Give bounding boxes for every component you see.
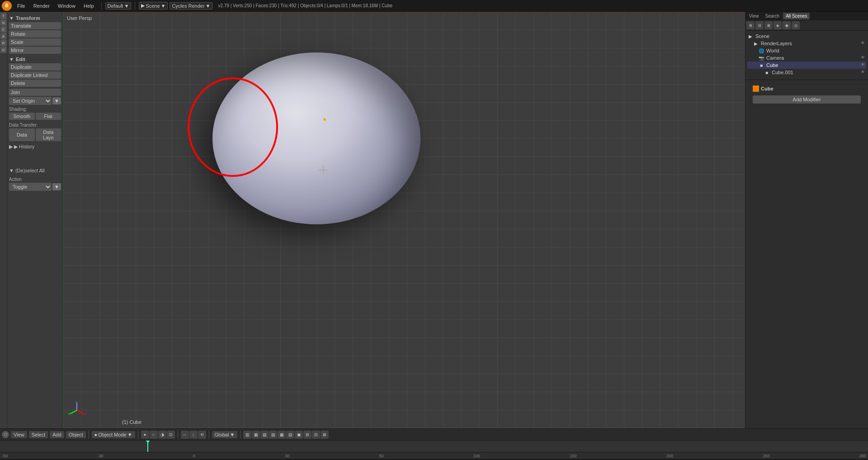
- snap-btn-4[interactable]: ▨: [269, 431, 277, 439]
- camera-label: Camera: [766, 55, 784, 61]
- tool-icon-6[interactable]: G: [0, 47, 7, 53]
- duplicate-linked-button[interactable]: Duplicate Linked: [9, 71, 61, 79]
- object-mode-dropdown[interactable]: ● Object Mode ▼: [92, 431, 135, 438]
- transform-header: ▼ Transform: [9, 15, 61, 21]
- scene-tree-label: Scene: [755, 33, 769, 39]
- shading-render-btn[interactable]: ◑: [158, 431, 166, 439]
- select-menu-button[interactable]: Select: [29, 431, 48, 438]
- svg-line-0: [77, 410, 84, 414]
- delete-button[interactable]: Delete: [9, 80, 61, 87]
- duplicate-button[interactable]: Duplicate: [9, 63, 61, 71]
- snap-btn-9[interactable]: ⊟: [312, 431, 320, 439]
- snap-btn-10[interactable]: ⊠: [321, 431, 329, 439]
- left-toolbar: T N C A R G: [0, 12, 7, 428]
- menu-help[interactable]: Help: [80, 2, 98, 9]
- smooth-button[interactable]: Smooth: [9, 113, 35, 120]
- transform-widget: [319, 166, 328, 175]
- flat-button[interactable]: Flat: [36, 113, 61, 120]
- add-menu-button[interactable]: Add: [50, 431, 64, 438]
- tree-item-world[interactable]: 🌐 World: [747, 47, 866, 54]
- origin-dot: [323, 118, 326, 121]
- cube001-eye-icon[interactable]: 👁: [861, 70, 866, 75]
- deselect-all-section[interactable]: ▼ (De)select All: [9, 168, 61, 173]
- snap-btn-5[interactable]: ▩: [278, 431, 286, 439]
- tree-item-cube001[interactable]: ■ Cube.001 👁: [747, 69, 866, 76]
- global-dropdown[interactable]: Global ▼: [212, 431, 238, 438]
- renderlayers-eye-icon[interactable]: 👁: [861, 41, 866, 46]
- mirror-button[interactable]: Mirror: [9, 47, 61, 54]
- cube-eye-icon[interactable]: 👁: [861, 62, 866, 68]
- deselect-arrow-icon: ▼: [9, 168, 14, 173]
- tree-item-renderlayers[interactable]: ▶ RenderLayers 👁: [747, 40, 866, 47]
- transform-label: Transform: [16, 15, 40, 21]
- properties-cube-icon: [753, 85, 759, 92]
- snap-btn-6[interactable]: ▤: [286, 431, 294, 439]
- tab-view[interactable]: View: [746, 13, 762, 19]
- axes-indicator: X Y Z: [68, 401, 86, 419]
- transform-icon-group: ↔ ↕ ⟲: [181, 431, 206, 439]
- translate-button[interactable]: Translate: [9, 22, 61, 29]
- view-menu-button[interactable]: View: [11, 431, 27, 438]
- set-origin-select[interactable]: Set Origin: [9, 97, 52, 105]
- rp-icon-2[interactable]: ⊟: [755, 21, 764, 29]
- shading-solid-btn[interactable]: ●: [141, 431, 149, 439]
- layout-arrow-icon: ▼: [124, 3, 129, 9]
- transform-scale-btn[interactable]: ⟲: [198, 431, 206, 439]
- tool-icon-5[interactable]: R: [0, 40, 7, 46]
- rp-icon-5[interactable]: ◉: [783, 21, 791, 29]
- deselect-label: (De)select All: [15, 168, 45, 173]
- engine-selector[interactable]: Cycles Render ▼: [170, 2, 212, 9]
- camera-eye-icon[interactable]: 👁: [861, 55, 866, 61]
- tab-all-scenes[interactable]: All Scenes: [783, 13, 810, 19]
- transform-move-btn[interactable]: ↔: [181, 431, 189, 439]
- snap-btn-7[interactable]: ▣: [295, 431, 303, 439]
- rp-icon-6[interactable]: ◎: [792, 21, 800, 29]
- tool-icon-2[interactable]: N: [0, 19, 7, 26]
- data-button[interactable]: Data: [9, 128, 35, 141]
- rp-icon-1[interactable]: ⊞: [746, 21, 755, 29]
- vt-sep-2: [138, 431, 138, 439]
- tab-search[interactable]: Search: [763, 13, 783, 19]
- rp-icon-3[interactable]: ⊠: [764, 21, 773, 29]
- menu-window[interactable]: Window: [54, 2, 79, 9]
- rp-icon-4[interactable]: ◈: [774, 21, 782, 29]
- scale-button[interactable]: Scale: [9, 38, 61, 46]
- topbar: B File Render Window Help Default ▼ ▶ Sc…: [0, 0, 868, 12]
- snap-icon-group: ▥ ▦ ▧ ▨ ▩ ▤ ▣ ⊞ ⊟ ⊠: [243, 431, 329, 439]
- shading-wire-btn[interactable]: ○: [150, 431, 158, 439]
- ruler-num-5: 100: [473, 454, 480, 458]
- ruler-num-4: 50: [379, 454, 384, 458]
- rotate-button[interactable]: Rotate: [9, 30, 61, 38]
- transform-rotate-btn[interactable]: ↕: [189, 431, 198, 439]
- timeline-playhead[interactable]: [147, 441, 148, 452]
- layout-selector[interactable]: Default ▼: [105, 2, 132, 9]
- snap-btn-8[interactable]: ⊞: [303, 431, 311, 439]
- history-section[interactable]: ▶ ▶ History: [9, 144, 61, 150]
- timeline[interactable]: [0, 440, 868, 452]
- object-menu-button[interactable]: Object: [66, 431, 86, 438]
- add-modifier-button[interactable]: Add Modifier: [753, 95, 861, 104]
- tool-icon-4[interactable]: A: [0, 33, 7, 39]
- separator-1: [101, 2, 102, 10]
- menu-file[interactable]: File: [14, 2, 29, 9]
- scene-selector[interactable]: ▶ Scene ▼: [139, 2, 168, 9]
- join-button[interactable]: Join: [9, 89, 61, 96]
- menu-render[interactable]: Render: [30, 2, 53, 9]
- snap-btn-1[interactable]: ▥: [243, 431, 251, 439]
- edit-arrow-icon: ▼: [9, 57, 14, 62]
- vt-sep-4: [209, 431, 209, 439]
- shading-mat-btn[interactable]: ⊡: [167, 431, 175, 439]
- snap-btn-2[interactable]: ▦: [252, 431, 260, 439]
- toggle-arrow[interactable]: ▼: [52, 183, 61, 190]
- tree-item-camera[interactable]: 📷 Camera 👁: [747, 54, 866, 62]
- set-origin-arrow[interactable]: ▼: [52, 97, 61, 104]
- ruler-num-7: 200: [666, 454, 673, 458]
- viewport-perspective-label: User Persp: [67, 15, 92, 21]
- toggle-select[interactable]: Toggle: [9, 183, 52, 191]
- snap-btn-3[interactable]: ▧: [260, 431, 269, 439]
- tool-icon-3[interactable]: C: [0, 26, 7, 33]
- tree-item-cube[interactable]: ■ Cube 👁: [747, 62, 866, 69]
- data-layo-button[interactable]: Data Layo: [36, 128, 61, 141]
- viewport[interactable]: User Persp X Y Z (1) Cube: [63, 12, 745, 428]
- tool-icon-1[interactable]: T: [0, 13, 7, 19]
